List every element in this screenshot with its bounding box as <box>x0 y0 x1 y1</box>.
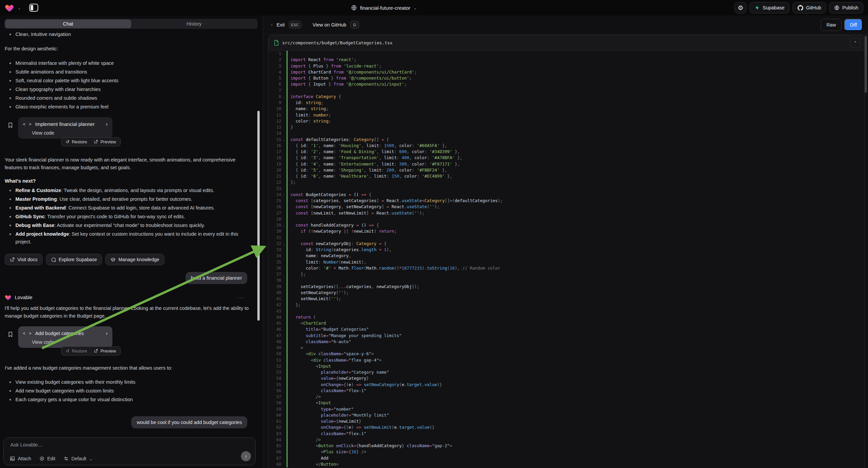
list-item: Rounded corners and subtle shadows <box>5 94 252 102</box>
code-line: 37 }; <box>269 271 864 277</box>
code-line: 26 const [newCategory, setNewCategory] =… <box>269 204 864 210</box>
fold-chevron-icon[interactable]: ⌄ <box>281 222 286 228</box>
line-number: 29 <box>269 222 281 228</box>
code-line: 39 setCategories([...categories, newCate… <box>269 284 864 290</box>
toggle-sidebar-icon[interactable] <box>29 4 38 12</box>
code-line: 64 /> <box>269 437 864 443</box>
model-selector[interactable]: Default ⌄ <box>63 456 93 461</box>
code-icon: < > <box>23 331 32 336</box>
bookmark-icon[interactable] <box>7 331 13 338</box>
line-number: 3 <box>269 63 281 69</box>
chat-input[interactable] <box>10 442 249 447</box>
code-line: 19 { id: '4', name: 'Entertainment', lim… <box>269 161 864 167</box>
app-window: ⌄ financial-future-creator ⌄ ⚙ Supabase <box>0 0 868 468</box>
line-number: 21 <box>269 173 281 179</box>
project-switcher[interactable]: financial-future-creator ⌄ <box>351 0 417 16</box>
line-number: 48 <box>269 339 281 345</box>
chevron-left-icon: ‹ <box>271 23 273 27</box>
esc-key-badge: ESC <box>289 21 301 29</box>
visit-docs-button[interactable]: Visit docs <box>5 254 42 265</box>
chat-scroll-area[interactable]: Clean, intuitive navigation For the desi… <box>0 29 255 436</box>
code-line: 46 title="Budget Categories" <box>269 326 864 332</box>
assistant-name: Lovable <box>15 294 33 300</box>
fold-chevron-icon[interactable]: ⌄ <box>281 241 286 247</box>
code-scrollbar-thumb[interactable] <box>865 36 867 93</box>
version-card-row: < > Add budget categories › View code <box>5 326 252 348</box>
list-item: View existing budget categories with the… <box>5 378 252 386</box>
restore-icon: ↺ <box>66 140 69 144</box>
lovable-logo-icon[interactable] <box>5 3 14 12</box>
bookmark-icon[interactable] <box>7 122 13 128</box>
line-number: 19 <box>269 161 281 167</box>
list-item: Expand with Backend: Connect Supabase to… <box>5 204 252 212</box>
line-number: 27 <box>269 210 281 216</box>
line-number: 68 <box>269 461 281 467</box>
list-item: Glass-morphic elements for a premium fee… <box>5 103 252 111</box>
line-number: 41 <box>269 296 281 302</box>
preview-button[interactable]: Preview <box>94 349 116 353</box>
view-code-link[interactable]: View code <box>23 340 108 345</box>
version-card-implement-financial-planner[interactable]: < > Implement financial planner › View c… <box>18 117 113 139</box>
code-line: 10 name: string; <box>269 106 864 112</box>
fold-chevron-icon[interactable]: ⌄ <box>281 137 286 143</box>
code-line: 32⌄ const newCategoryObj: Category = { <box>269 241 864 247</box>
code-line: 38 <box>269 277 864 283</box>
version-actions-pill: ↺ Restore Preview <box>61 137 121 146</box>
code-line: 36 color: '#' + Math.floor(Math.random()… <box>269 265 864 271</box>
chevron-down-icon: ⌄ <box>89 457 93 461</box>
sliders-icon <box>63 456 69 461</box>
file-bar[interactable]: src/components/budget/BudgetCategories.t… <box>269 35 864 51</box>
version-card-add-budget-categories[interactable]: < > Add budget categories › View code <box>18 326 113 348</box>
tab-history[interactable]: History <box>131 20 257 28</box>
more-options-icon[interactable]: ··· <box>238 294 245 300</box>
line-number: 67 <box>269 455 281 461</box>
collapse-file-button[interactable]: ⌃ <box>850 38 860 48</box>
line-number: 15 <box>269 137 281 143</box>
code-editor[interactable]: 12import React from 'react';3import { Pl… <box>269 51 864 468</box>
preview-button[interactable]: Preview <box>94 139 116 144</box>
view-code-link[interactable]: View code <box>23 130 108 136</box>
line-number: 23 <box>269 186 281 192</box>
code-line: 66 <Plus size={16} /> <box>269 449 864 455</box>
line-number: 16 <box>269 143 281 149</box>
code-line: 31 <box>269 235 864 241</box>
restore-button[interactable]: ↺ Restore <box>66 139 87 144</box>
line-number: 61 <box>269 418 281 425</box>
chevron-right-icon: › <box>106 121 108 127</box>
view-on-github-link[interactable]: View on GitHub <box>313 22 346 28</box>
settings-button[interactable]: ⚙ <box>735 2 747 13</box>
line-number: 59 <box>269 406 281 412</box>
g-key-badge: G <box>350 21 359 29</box>
diff-toggle-button[interactable]: Diff <box>844 19 863 31</box>
raw-toggle-button[interactable]: Raw <box>821 19 841 31</box>
publish-label: Publish <box>842 5 858 10</box>
edit-mode-button[interactable]: Edit <box>39 456 55 461</box>
line-number: 58 <box>269 400 281 406</box>
supabase-bolt-icon <box>754 5 760 10</box>
external-link-icon <box>10 257 15 262</box>
code-line: 30 if (!newCategory || !newLimit) return… <box>269 228 864 234</box>
code-line: 59 type="number" <box>269 406 864 412</box>
explore-supabase-button[interactable]: Explore Supabase <box>46 254 102 265</box>
fold-chevron-icon[interactable]: ⌄ <box>281 94 286 100</box>
lovable-heart-icon <box>5 294 11 300</box>
line-number: 25 <box>269 198 281 204</box>
tab-chat[interactable]: Chat <box>5 20 131 28</box>
fold-chevron-icon[interactable]: ⌄ <box>281 192 286 198</box>
manage-knowledge-button[interactable]: Manage knowledge <box>105 254 164 265</box>
line-number: 52 <box>269 363 281 369</box>
line-number: 17 <box>269 149 281 155</box>
exit-button[interactable]: Exit <box>276 22 284 28</box>
chat-scrollbar-thumb[interactable] <box>257 111 260 321</box>
supabase-button[interactable]: Supabase <box>750 2 789 13</box>
graduation-cap-icon <box>111 257 116 262</box>
workspace-chevron-down-icon[interactable]: ⌄ <box>18 6 21 10</box>
attach-button[interactable]: Attach <box>10 456 31 461</box>
github-label: GitHub <box>806 5 821 10</box>
whats-next-heading: What's next? <box>5 178 252 184</box>
code-header: ‹ Exit ESC View on GitHub G Raw Diff <box>263 16 868 34</box>
restore-button[interactable]: ↺ Restore <box>66 349 87 353</box>
publish-button[interactable]: Publish <box>829 2 863 13</box>
github-button[interactable]: GitHub <box>793 2 826 13</box>
send-button[interactable]: ↑ <box>241 451 251 461</box>
